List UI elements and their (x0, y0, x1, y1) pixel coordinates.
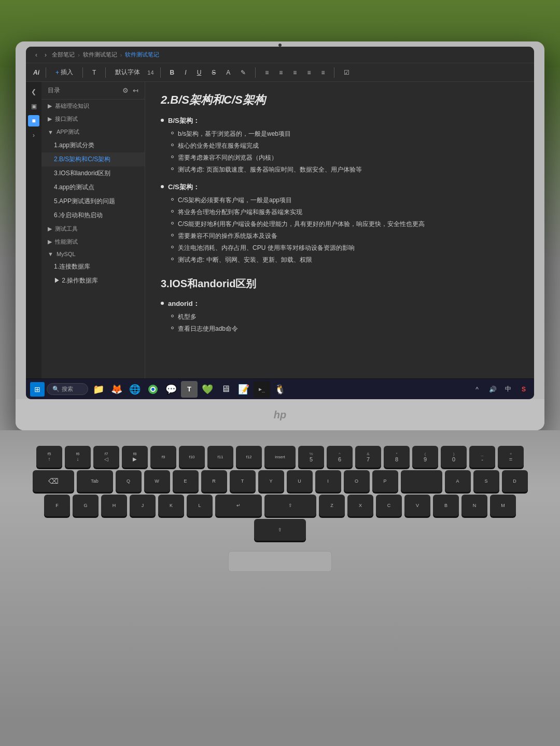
key-r[interactable]: R (201, 470, 227, 492)
key-c[interactable]: C (376, 495, 402, 516)
strikethrough-button[interactable]: S (208, 68, 219, 77)
sidebar-item-api[interactable]: ▶ 接口测试 (41, 112, 145, 125)
font-color-button[interactable]: A (223, 68, 233, 77)
taskbar-volume[interactable]: 🔊 (486, 383, 499, 396)
key-m[interactable]: M (490, 495, 516, 516)
key-w[interactable]: W (144, 470, 170, 492)
left-nav-btn-1[interactable]: ❮ (28, 86, 39, 97)
list4-button[interactable]: ≡ (304, 68, 314, 77)
taskbar-ime[interactable]: 中 (502, 383, 514, 396)
taskbar-security[interactable]: S (517, 383, 530, 396)
taskbar-search[interactable]: 🔍 搜索 (47, 383, 88, 395)
sidebar-item-basic[interactable]: ▶ 基础理论知识 (41, 100, 145, 112)
key-caps[interactable] (401, 470, 442, 492)
highlight-button[interactable]: ✎ (237, 68, 249, 77)
key-f10[interactable]: f10 (179, 446, 205, 468)
key-6[interactable]: ^6 (327, 446, 353, 468)
key-f12[interactable]: f12 (236, 446, 262, 468)
key-l[interactable]: L (187, 495, 213, 516)
key-tab[interactable]: Tab (77, 470, 113, 492)
key-z[interactable]: Z (319, 495, 345, 516)
sidebar-item-app[interactable]: ▼ APP测试 (41, 125, 145, 138)
key-5[interactable]: %5 (298, 446, 324, 468)
key-b[interactable]: B (433, 495, 459, 516)
list3-button[interactable]: ≡ (290, 68, 300, 77)
breadcrumb-all-notes[interactable]: 全部笔记 (52, 51, 75, 59)
key-9[interactable]: (9 (412, 446, 438, 468)
taskbar-chevron[interactable]: ^ (471, 383, 483, 396)
sidebar-settings-icon[interactable]: ⚙ (122, 87, 129, 94)
key-lshift[interactable]: ⇧ (264, 495, 316, 516)
text-button[interactable]: T (89, 68, 99, 77)
sidebar-collapse-icon[interactable]: ↤ (133, 87, 138, 94)
sidebar-item-mysql2[interactable]: ▶ 2.操作数据库 (41, 274, 145, 288)
taskbar-app-typora[interactable]: T (181, 381, 198, 398)
taskbar-app-qq[interactable]: 🐧 (272, 381, 288, 398)
key-backspace[interactable]: ⌫ (33, 470, 74, 492)
key-o[interactable]: O (344, 470, 370, 492)
left-nav-btn-3[interactable]: ■ (28, 115, 39, 126)
key-minus[interactable]: _- (469, 446, 495, 468)
taskbar-app-edge[interactable]: 🌐 (127, 381, 143, 398)
sidebar-item-app5[interactable]: 5.APP测试遇到的问题 (41, 194, 145, 208)
underline-button[interactable]: U (194, 68, 205, 77)
key-k[interactable]: K (158, 495, 184, 516)
key-enter[interactable]: ↵ (215, 495, 262, 516)
key-y[interactable]: Y (258, 470, 284, 492)
list5-button[interactable]: ≡ (318, 68, 328, 77)
key-f7[interactable]: f7◁ (93, 446, 119, 468)
sidebar-item-perf[interactable]: ▶ 性能测试 (41, 235, 145, 248)
key-f5[interactable]: f5↑ (36, 446, 62, 468)
key-e[interactable]: E (173, 470, 199, 492)
sidebar-item-app4[interactable]: 4.app的测试点 (41, 180, 145, 194)
key-insert[interactable]: insert (264, 446, 296, 468)
sidebar-item-app6[interactable]: 6.冷启动和热启动 (41, 208, 145, 222)
sidebar-item-mysql[interactable]: ▼ MySQL (41, 248, 145, 260)
insert-button[interactable]: + 插入 (52, 67, 76, 78)
key-i[interactable]: I (315, 470, 341, 492)
left-nav-btn-4[interactable]: › (28, 130, 39, 141)
breadcrumb-folder[interactable]: 软件测试笔记 (83, 51, 117, 59)
sidebar-item-app3[interactable]: 3.IOS和landorid区别 (41, 166, 145, 180)
font-button[interactable]: 默认字体 (112, 67, 143, 78)
key-8[interactable]: *8 (384, 446, 410, 468)
start-button[interactable]: ⊞ (30, 382, 45, 397)
taskbar-app-wechat[interactable]: 💚 (199, 381, 216, 398)
back-button[interactable]: ‹ (33, 50, 39, 60)
sidebar-item-app1[interactable]: 1.app测试分类 (41, 138, 145, 152)
key-s[interactable]: S (473, 470, 499, 492)
left-nav-btn-2[interactable]: ▣ (28, 101, 39, 112)
key-n[interactable]: N (461, 495, 487, 516)
key-x[interactable]: X (347, 495, 373, 516)
key-0[interactable]: )0 (441, 446, 467, 468)
taskbar-app-blue[interactable]: 💬 (163, 381, 179, 398)
key-f6[interactable]: f6↓ (65, 446, 91, 468)
list1-button[interactable]: ≡ (262, 68, 272, 77)
list2-button[interactable]: ≡ (276, 68, 286, 77)
key-u[interactable]: U (287, 470, 313, 492)
key-7[interactable]: &7 (355, 446, 381, 468)
taskbar-app-files[interactable]: 📁 (90, 381, 107, 398)
key-equals[interactable]: += (498, 446, 524, 468)
sidebar-item-mysql1[interactable]: 1.连接数据库 (41, 260, 145, 274)
key-f[interactable]: F (44, 495, 70, 516)
key-f9[interactable]: f9 (150, 446, 176, 468)
taskbar-app-chrome[interactable] (145, 381, 161, 398)
key-t[interactable]: T (230, 470, 256, 492)
key-g[interactable]: G (73, 495, 99, 516)
key-j[interactable]: J (130, 495, 156, 516)
taskbar-app-firefox[interactable]: 🦊 (108, 381, 125, 398)
sidebar-item-app2[interactable]: 2.B/S架构和C/S架构 (41, 152, 145, 166)
touchpad[interactable] (228, 551, 332, 572)
taskbar-app-monitor[interactable]: 🖥 (217, 381, 234, 398)
sidebar-item-tools[interactable]: ▶ 测试工具 (41, 222, 145, 235)
bold-button[interactable]: B (167, 68, 178, 77)
checkbox-button[interactable]: ☑ (341, 68, 353, 77)
taskbar-app-terminal[interactable]: ▶_ (254, 381, 270, 398)
forward-button[interactable]: › (43, 50, 49, 60)
italic-button[interactable]: I (181, 68, 189, 77)
key-q[interactable]: Q (116, 470, 142, 492)
key-p[interactable]: P (372, 470, 398, 492)
key-rshift[interactable]: ⇧ (254, 519, 306, 541)
key-f11[interactable]: f11 (207, 446, 233, 468)
